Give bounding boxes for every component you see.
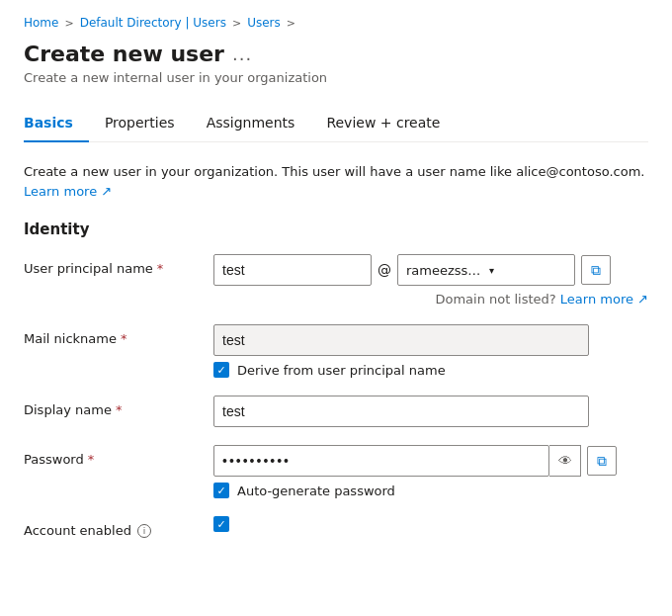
derive-checkbox[interactable] — [213, 362, 229, 378]
breadcrumb-home[interactable]: Home — [24, 16, 58, 30]
domain-value: rameezsshaikhyahoo.on... — [406, 263, 483, 278]
account-enabled-row: Account enabled i — [24, 516, 648, 538]
breadcrumb-users[interactable]: Users — [247, 16, 281, 30]
mail-nickname-control: Derive from user principal name — [213, 324, 648, 378]
password-input-row: 👁 ⧉ — [213, 445, 648, 477]
tab-basics[interactable]: Basics — [24, 105, 89, 142]
display-name-label: Display name * — [24, 396, 202, 417]
domain-hint: Domain not listed? Learn more ↗ — [213, 292, 648, 307]
upn-copy-button[interactable]: ⧉ — [581, 255, 611, 285]
derive-checkbox-row: Derive from user principal name — [213, 362, 648, 378]
eye-icon: 👁 — [558, 453, 572, 469]
info-text: Create a new user in your organization. … — [24, 162, 648, 201]
breadcrumb-default-directory[interactable]: Default Directory | Users — [80, 16, 226, 30]
learn-more-link[interactable]: Learn more ↗ — [24, 184, 112, 199]
autogenerate-checkbox[interactable] — [213, 483, 229, 498]
breadcrumb-sep-2: > — [232, 17, 241, 30]
mail-nickname-row: Mail nickname * Derive from user princip… — [24, 324, 648, 378]
derive-checkbox-label: Derive from user principal name — [237, 363, 446, 378]
password-required: * — [88, 452, 95, 467]
domain-learn-more-link[interactable]: Learn more ↗ — [560, 292, 648, 307]
display-name-row: Display name * — [24, 396, 648, 427]
breadcrumb-sep-3: > — [287, 17, 295, 30]
upn-required: * — [157, 261, 164, 276]
autogenerate-checkbox-row: Auto-generate password — [213, 483, 648, 498]
password-control: 👁 ⧉ Auto-generate password — [213, 445, 648, 498]
at-sign: @ — [378, 262, 391, 278]
password-toggle-button[interactable]: 👁 — [549, 445, 581, 477]
upn-label: User principal name * — [24, 254, 202, 276]
autogenerate-checkbox-label: Auto-generate password — [237, 484, 395, 498]
password-input[interactable] — [213, 445, 549, 477]
upn-input[interactable] — [213, 254, 372, 286]
upn-row: User principal name * @ rameezsshaikhyah… — [24, 254, 648, 307]
chevron-down-icon: ▾ — [489, 265, 566, 276]
account-enabled-label: Account enabled i — [24, 516, 202, 538]
display-name-control — [213, 396, 648, 427]
account-enabled-info-icon[interactable]: i — [137, 524, 151, 538]
section-identity: Identity — [24, 220, 648, 238]
tab-assignments[interactable]: Assignments — [191, 105, 311, 142]
copy-icon-password: ⧉ — [597, 453, 607, 470]
breadcrumb-sep-1: > — [64, 17, 73, 30]
tabs-nav: Basics Properties Assignments Review + c… — [24, 105, 648, 142]
page-header: Create new user ... — [24, 42, 648, 66]
page-subtitle: Create a new internal user in your organ… — [24, 70, 648, 85]
upn-input-row: @ rameezsshaikhyahoo.on... ▾ ⧉ — [213, 254, 648, 286]
domain-dropdown[interactable]: rameezsshaikhyahoo.on... ▾ — [397, 254, 575, 286]
domain-ext-link-icon: ↗ — [633, 292, 648, 307]
mail-nickname-input[interactable] — [213, 324, 589, 356]
page-title: Create new user — [24, 42, 224, 66]
upn-control: @ rameezsshaikhyahoo.on... ▾ ⧉ Domain no… — [213, 254, 648, 307]
tab-review[interactable]: Review + create — [310, 105, 456, 142]
account-enabled-checkbox[interactable] — [213, 516, 229, 532]
display-name-required: * — [116, 402, 123, 417]
account-enabled-control — [213, 516, 648, 532]
mail-nickname-required: * — [121, 331, 127, 346]
password-label: Password * — [24, 445, 202, 467]
password-wrap: 👁 — [213, 445, 581, 477]
breadcrumb: Home > Default Directory | Users > Users… — [24, 16, 648, 30]
copy-icon: ⧉ — [591, 262, 601, 279]
display-name-input[interactable] — [213, 396, 589, 427]
tab-properties[interactable]: Properties — [89, 105, 191, 142]
password-row: Password * 👁 ⧉ Auto-generate password — [24, 445, 648, 498]
external-link-icon: ↗ — [97, 184, 112, 199]
info-text-content: Create a new user in your organization. … — [24, 164, 644, 179]
password-copy-button[interactable]: ⧉ — [587, 446, 617, 476]
mail-nickname-label: Mail nickname * — [24, 324, 202, 346]
more-options-icon[interactable]: ... — [232, 44, 252, 64]
